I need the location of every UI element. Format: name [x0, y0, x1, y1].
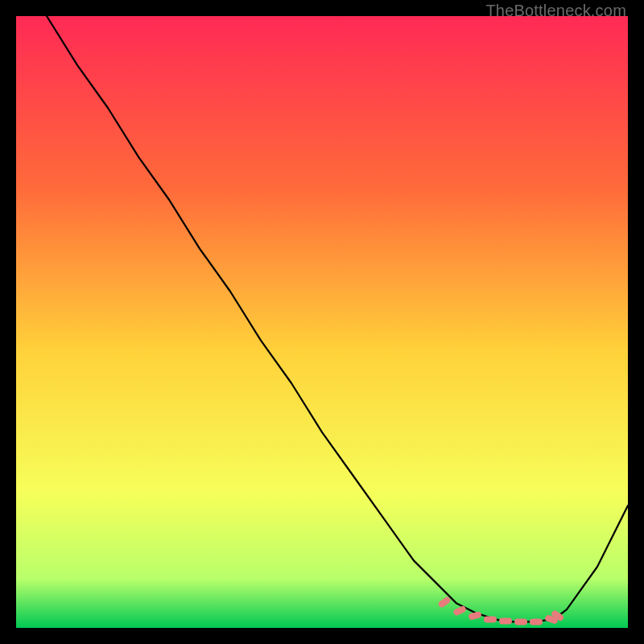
chart-svg — [16, 16, 628, 628]
highlight-dot — [514, 618, 527, 625]
chart-frame — [16, 16, 628, 628]
highlight-dot — [499, 618, 512, 625]
watermark-text: TheBottleneck.com — [485, 2, 626, 20]
highlight-dot — [484, 616, 497, 622]
highlight-dot — [530, 618, 543, 625]
